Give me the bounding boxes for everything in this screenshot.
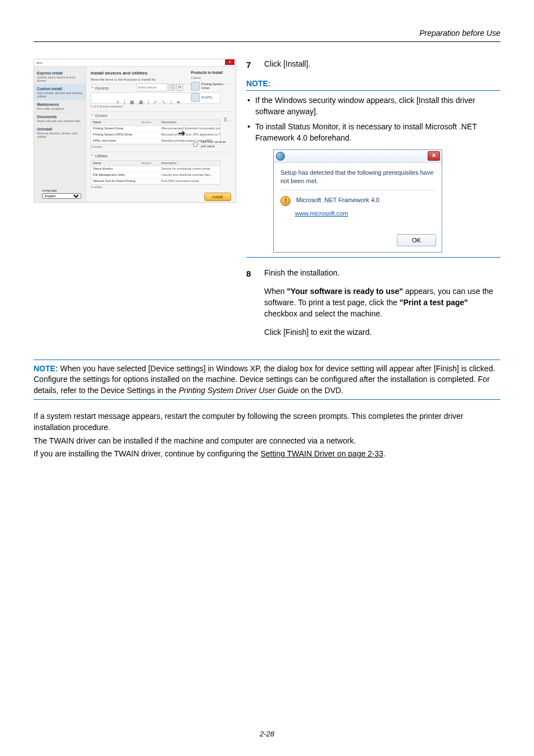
sidebar-item-desc: Remove devices, drivers, and utilities xyxy=(37,132,83,138)
utilities-header[interactable]: ⌃ Utilities xyxy=(91,152,231,160)
col-version: Version xyxy=(139,120,160,125)
installer-sidebar: Express Install Quickly add a device and… xyxy=(34,67,86,203)
products-count: 2 items xyxy=(191,76,231,81)
header-rule xyxy=(34,41,500,42)
language-select[interactable]: English xyxy=(42,193,81,199)
hostname-label: Use host name as port name xyxy=(201,140,231,148)
sidebar-item-desc: Quickly add a device and its drivers xyxy=(37,76,83,82)
step-number-7: 7 xyxy=(246,59,256,71)
note-rule xyxy=(246,90,500,91)
sidebar-item-documents[interactable]: Documents Read manuals and readme files xyxy=(34,113,86,125)
ok-button[interactable]: OK xyxy=(397,234,436,246)
close-icon[interactable]: ✕ xyxy=(428,151,440,161)
products-title: Products to Install xyxy=(191,70,231,75)
section-title: Preparation before Use xyxy=(34,28,500,39)
printer-icon xyxy=(191,82,200,91)
col-name: Name xyxy=(91,120,139,125)
arrow-right-icon[interactable]: ➔ xyxy=(178,127,185,139)
sidebar-item-desc: Run utility programs xyxy=(37,107,83,110)
prereq-dialog: ✕ Setup has detected that the following … xyxy=(273,150,442,253)
note-rule xyxy=(34,360,500,360)
sidebar-item-desc: Add multiple devices and printing utilit… xyxy=(37,91,83,98)
sidebar-item-title: Custom Install xyxy=(37,86,83,91)
product-label: FONTS xyxy=(202,96,231,100)
installer-main: Install devices and utilities Move the i… xyxy=(86,67,236,203)
step-7-text: Click [Install]. xyxy=(264,59,500,71)
installer-screenshot: ⟵ ✕ Express Install Quickly add a device… xyxy=(34,59,236,203)
view-toolbar-icons[interactable]: ≡ | ▦ ▦ | ⤢ ⤡ | ➔ xyxy=(116,99,182,105)
note-label: NOTE: xyxy=(34,364,58,373)
step-8-paragraph: When "Your software is ready to use" app… xyxy=(264,286,500,319)
note-rule-bottom xyxy=(246,257,500,258)
note-bullet: To install Status Monitor, it is necessa… xyxy=(246,122,500,143)
tool-icon xyxy=(191,93,200,102)
installer-titlebar: ⟵ ✕ xyxy=(34,59,236,67)
sidebar-item-title: Uninstall xyxy=(37,127,83,132)
note-label: NOTE: xyxy=(246,78,500,90)
table-row[interactable]: File Management UtilityClassify and dist… xyxy=(91,172,220,179)
sidebar-item-uninstall[interactable]: Uninstall Remove devices, drivers, and u… xyxy=(34,125,86,141)
table-row[interactable]: Status MonitorService for monitoring cur… xyxy=(91,166,220,172)
utilities-table: Name Version Description Status MonitorS… xyxy=(91,160,221,185)
note-bullet: If the Windows security window appears, … xyxy=(246,95,500,117)
prereq-message: Setup has detected that the following pr… xyxy=(280,169,435,191)
sidebar-item-title: Documents xyxy=(37,114,83,119)
col-name: Name xyxy=(91,161,139,166)
sidebar-item-express[interactable]: Express Install Quickly add a device and… xyxy=(34,69,86,85)
warning-icon: ! xyxy=(280,196,291,206)
page-number: 2-28 xyxy=(0,729,534,739)
prereq-titlebar: ✕ xyxy=(274,150,442,163)
list-view-icons[interactable]: ≣ ⋯ xyxy=(224,119,231,123)
step-8-text: Finish the installation. xyxy=(264,268,500,279)
info-icon[interactable]: ⓘ xyxy=(168,84,175,91)
twain-link[interactable]: Setting TWAIN Driver on page 2-33 xyxy=(260,449,383,458)
language-label: Language xyxy=(42,188,57,193)
app-orb-icon xyxy=(276,152,285,161)
install-button[interactable]: Install xyxy=(204,193,231,201)
table-row[interactable]: Network Tool for Direct PrintingPrint PD… xyxy=(91,179,220,185)
prereq-item-text: Microsoft .NET Framework 4.0 xyxy=(296,196,380,204)
product-label: Printing System Driver xyxy=(202,82,231,91)
product-item[interactable]: FONTS xyxy=(191,93,231,102)
hostname-checkbox[interactable] xyxy=(193,142,198,147)
products-panel: Products to Install 2 items Printing Sys… xyxy=(191,70,231,149)
sidebar-item-custom[interactable]: Custom Install Add multiple devices and … xyxy=(34,85,86,100)
full-note-text: NOTE: When you have selected [Device set… xyxy=(34,363,500,396)
back-arrow-icon[interactable]: ⟵ xyxy=(36,60,43,66)
sidebar-item-desc: Read manuals and readme files xyxy=(37,119,83,123)
product-item[interactable]: Printing System Driver xyxy=(191,82,231,91)
refresh-icon[interactable]: ⟳ xyxy=(176,84,183,91)
closing-p3: If you are installing the TWAIN driver, … xyxy=(34,449,500,460)
col-desc: Description xyxy=(160,161,220,166)
utilities-count: 4 utilities xyxy=(91,185,231,190)
closing-p1: If a system restart message appears, res… xyxy=(34,411,500,433)
sidebar-item-maintenance[interactable]: Maintenance Run utility programs xyxy=(34,100,86,113)
step-number-8: 8 xyxy=(246,268,256,338)
note-rule xyxy=(34,399,500,400)
sidebar-item-title: Maintenance xyxy=(37,102,83,107)
closing-p2: The TWAIN driver can be installed if the… xyxy=(34,436,500,447)
col-version: Version xyxy=(139,161,160,166)
step-8-line2: Click [Finish] to exit the wizard. xyxy=(264,327,500,338)
search-input[interactable] xyxy=(136,83,167,91)
close-icon[interactable]: ✕ xyxy=(225,59,235,65)
prereq-link[interactable]: www.microsoft.com xyxy=(295,209,435,218)
sidebar-item-title: Express Install xyxy=(37,71,83,76)
